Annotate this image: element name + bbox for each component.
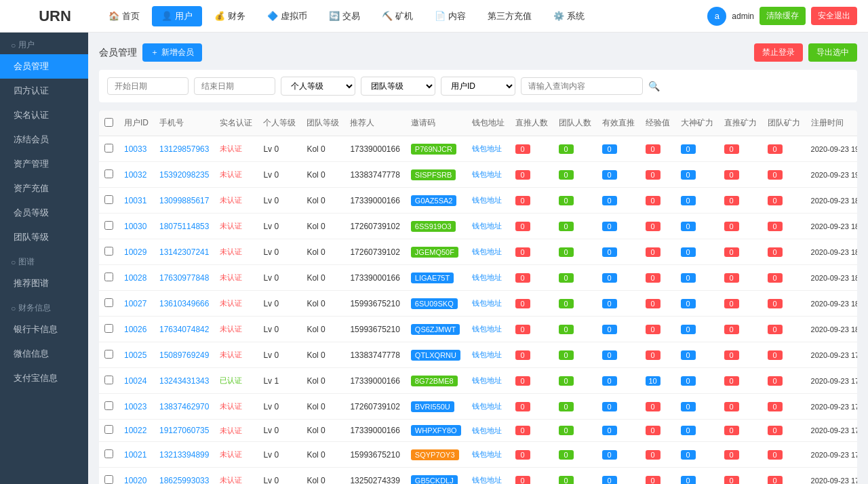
cell-wallet: 钱包地址 [467,239,510,265]
wallet-link[interactable]: 钱包地址 [472,144,502,153]
row-checkbox[interactable] [104,350,113,359]
nav-system[interactable]: ⚙️ 系统 [544,6,594,26]
nav-user[interactable]: 👤 用户 [152,6,202,26]
clear-cache-button[interactable]: 清除缓存 [760,7,806,25]
select-all-checkbox[interactable] [104,118,113,127]
export-selected-button[interactable]: 导出选中 [808,43,857,62]
wallet-link[interactable]: 钱包地址 [472,402,502,410]
nav-miner[interactable]: ⛏️ 矿机 [372,6,422,26]
user-id-link[interactable]: 10029 [124,247,146,257]
sidebar-item-asset-recharge[interactable]: 资产充值 [0,176,88,201]
wallet-link[interactable]: 钱包地址 [472,476,502,484]
personal-level-select[interactable]: 个人等级 [281,77,355,96]
user-id-link[interactable]: 10026 [124,325,146,334]
wallet-link[interactable]: 钱包地址 [472,247,502,256]
sidebar-item-asset-management[interactable]: 资产管理 [0,152,88,176]
user-id-select[interactable]: 用户ID [441,77,515,96]
wallet-link[interactable]: 钱包地址 [472,170,502,178]
end-date-input[interactable] [194,77,275,95]
nav-trade[interactable]: 🔄 交易 [319,6,370,26]
row-checkbox[interactable] [104,247,113,256]
cell-referrer: 17339000166 [344,420,405,442]
realname-status: 未认证 [220,222,242,230]
search-input[interactable] [521,77,643,95]
direct-count: 0 [515,299,530,308]
sidebar-item-team-level[interactable]: 团队等级 [0,225,88,249]
phone-link[interactable]: 13129857963 [159,144,209,154]
user-id-link[interactable]: 10020 [124,476,146,485]
wallet-link[interactable]: 钱包地址 [472,299,502,307]
cell-team-miner: 0 [762,214,806,239]
user-id-link[interactable]: 10030 [124,222,146,231]
user-id-link[interactable]: 10033 [124,144,146,154]
sidebar-item-freeze-member[interactable]: 冻结会员 [0,127,88,152]
phone-link[interactable]: 13142307241 [159,247,209,257]
phone-link[interactable]: 13610349666 [159,299,209,308]
cell-user-id: 10033 [119,136,154,162]
wallet-link[interactable]: 钱包地址 [472,273,502,281]
sidebar-item-member-management[interactable]: 会员管理 [0,54,88,79]
user-id-link[interactable]: 10023 [124,402,146,411]
sidebar-item-real-auth[interactable]: 实名认证 [0,103,88,127]
wallet-link[interactable]: 钱包地址 [472,325,502,333]
user-id-link[interactable]: 10027 [124,299,146,308]
phone-link[interactable]: 17630977848 [159,273,209,283]
sidebar-item-alipay-info[interactable]: 支付宝信息 [0,366,88,390]
wallet-link[interactable]: 钱包地址 [472,222,502,230]
row-checkbox[interactable] [104,401,113,410]
sidebar-item-wechat-info[interactable]: 微信信息 [0,342,88,366]
nav-finance[interactable]: 💰 财务 [205,6,255,26]
row-checkbox[interactable] [104,221,113,230]
phone-link[interactable]: 19127060735 [159,426,209,435]
phone-link[interactable]: 17634074842 [159,325,209,334]
row-checkbox[interactable] [104,169,113,178]
direct-count: 0 [515,450,530,460]
phone-link[interactable]: 15392098235 [159,170,209,180]
cell-exp: 0 [640,239,675,265]
row-checkbox[interactable] [104,144,113,153]
user-id-link[interactable]: 10025 [124,350,146,360]
nav-home[interactable]: 🏠 首页 [99,6,149,26]
user-id-link[interactable]: 10021 [124,450,146,460]
start-date-input[interactable] [107,77,189,95]
cell-direct-miner: 0 [719,239,762,265]
phone-link[interactable]: 18075114853 [159,222,209,231]
phone-link[interactable]: 13243431343 [159,376,209,386]
nav-thirdparty[interactable]: 第三方充值 [478,6,541,26]
sidebar-item-bank-info[interactable]: 银行卡信息 [0,317,88,342]
nav-content[interactable]: 📄 内容 [425,6,475,26]
row-checkbox[interactable] [104,425,113,434]
user-id-link[interactable]: 10022 [124,426,146,435]
phone-link[interactable]: 13837462970 [159,402,209,411]
row-checkbox[interactable] [104,376,113,384]
row-checkbox[interactable] [104,195,113,204]
wallet-link[interactable]: 钱包地址 [472,376,502,384]
phone-link[interactable]: 18625993033 [159,476,209,485]
team-level-select[interactable]: 团队等级 [361,77,435,96]
wallet-link[interactable]: 钱包地址 [472,196,502,204]
row-checkbox[interactable] [104,475,113,484]
logout-button[interactable]: 安全退出 [811,7,857,25]
wallet-link[interactable]: 钱包地址 [472,450,502,458]
sidebar-item-recommend-graph[interactable]: 推荐图谱 [0,271,88,296]
cell-team-miner: 0 [762,317,806,342]
add-member-button[interactable]: ＋ 新增会员 [142,43,202,62]
sidebar-item-four-auth[interactable]: 四方认证 [0,79,88,103]
row-checkbox[interactable] [104,298,113,307]
phone-link[interactable]: 15089769249 [159,350,209,360]
phone-link[interactable]: 13099885617 [159,196,209,205]
row-checkbox[interactable] [104,273,113,281]
user-id-link[interactable]: 10032 [124,170,146,180]
search-button[interactable]: 🔍 [648,81,660,92]
sidebar-item-member-level[interactable]: 会员等级 [0,201,88,225]
wallet-link[interactable]: 钱包地址 [472,426,502,435]
nav-crypto[interactable]: 🔷 虚拟币 [258,6,317,26]
user-id-link[interactable]: 10028 [124,273,146,283]
row-checkbox[interactable] [104,449,113,458]
wallet-link[interactable]: 钱包地址 [472,350,502,359]
ban-login-button[interactable]: 禁止登录 [754,43,803,62]
row-checkbox[interactable] [104,324,113,333]
phone-link[interactable]: 13213394899 [159,450,209,460]
user-id-link[interactable]: 10031 [124,196,146,205]
user-id-link[interactable]: 10024 [124,376,146,386]
